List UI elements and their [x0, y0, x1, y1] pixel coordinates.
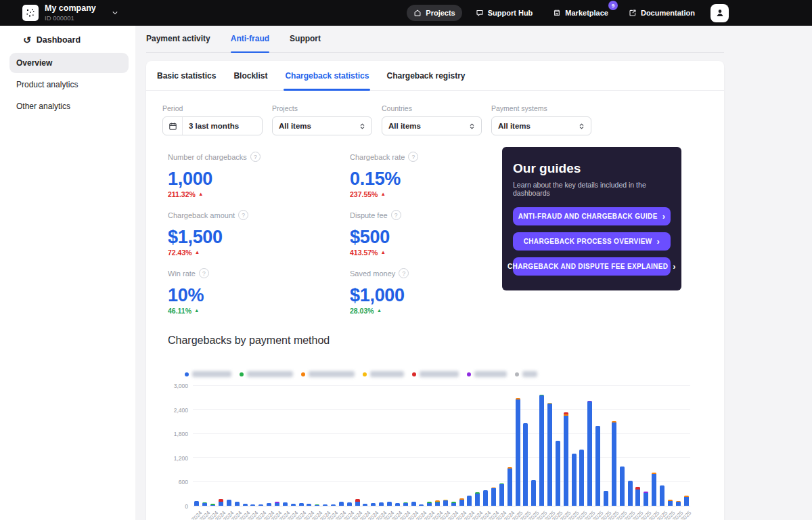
- bar: [355, 499, 360, 506]
- legend-label-redacted: [370, 371, 404, 377]
- legend-dot: [363, 372, 367, 376]
- bar-segment-blue: [323, 504, 328, 506]
- stat-value: $1,500: [168, 228, 350, 246]
- bar: [531, 480, 536, 506]
- tab-anti-fraud[interactable]: Anti-fraud: [231, 34, 269, 52]
- guide-button-chargeback-and-dispute-fee-explained[interactable]: CHARGEBACK AND DISPUTE FEE EXPLAINED›: [513, 257, 671, 276]
- bar-segment-blue: [587, 402, 592, 506]
- filter-payment-systems-control[interactable]: All items: [491, 116, 591, 135]
- bar-segment-blue: [395, 503, 400, 506]
- bar-segment-blue: [668, 501, 673, 506]
- bar-segment-blue: [467, 496, 472, 506]
- filter-label: Period: [162, 104, 263, 112]
- filter-period-control[interactable]: 3 last months: [162, 116, 263, 135]
- bar: [612, 421, 616, 506]
- guide-button-anti-fraud-and-chargeback-guide[interactable]: ANTI-FRAUD AND CHARGEBACK GUIDE›: [513, 207, 671, 225]
- chevron-down-icon[interactable]: [112, 9, 118, 16]
- stat-label: Chargeback amount?: [168, 210, 350, 220]
- updown-icon: [359, 123, 371, 130]
- tab-payment-activity[interactable]: Payment activity: [146, 34, 210, 52]
- top-bar: My company ID 000001 ProjectsSupport Hub…: [0, 0, 812, 26]
- trend-up-icon: ▲: [377, 307, 382, 314]
- subtab-blocklist[interactable]: Blocklist: [233, 61, 267, 90]
- legend-item-7[interactable]: [515, 371, 537, 377]
- help-icon[interactable]: ?: [408, 152, 418, 162]
- filter-value: All items: [382, 122, 468, 130]
- help-icon[interactable]: ?: [238, 210, 248, 220]
- legend-dot: [515, 372, 519, 376]
- stat-chargeback-amount: Chargeback amount?$1,50072.43%▲: [168, 210, 350, 268]
- tab-support[interactable]: Support: [290, 34, 321, 52]
- subtab-basic-statistics[interactable]: Basic statistics: [157, 61, 216, 90]
- help-icon[interactable]: ?: [199, 268, 209, 278]
- legend-item-6[interactable]: [467, 371, 507, 377]
- bar-segment-blue: [443, 500, 448, 506]
- legend-item-5[interactable]: [412, 371, 459, 377]
- bar: [347, 502, 352, 506]
- guide-button-chargeback-process-overview[interactable]: CHARGEBACK PROCESS OVERVIEW›: [513, 232, 671, 251]
- bar: [475, 492, 480, 506]
- legend-item-1[interactable]: [185, 371, 231, 377]
- nav-documentation[interactable]: Documentation: [622, 5, 702, 21]
- bar: [635, 487, 640, 506]
- bar-segment-blue: [307, 504, 311, 506]
- company-id: ID 000001: [45, 14, 96, 22]
- sidebar-item-overview[interactable]: Overview: [9, 53, 129, 73]
- bar-segment-blue: [635, 490, 640, 506]
- trend-up-icon: ▲: [194, 307, 199, 314]
- bar: [483, 490, 488, 506]
- stat-label-text: Chargeback rate: [350, 153, 405, 161]
- bar: [508, 467, 512, 506]
- user-avatar-button[interactable]: [710, 4, 729, 22]
- help-icon[interactable]: ?: [391, 210, 401, 220]
- bar: [219, 499, 223, 506]
- bar-segment-blue: [202, 503, 207, 506]
- sidebar-item-product-analytics[interactable]: Product analytics: [9, 74, 129, 95]
- legend-item-4[interactable]: [363, 371, 404, 377]
- help-icon[interactable]: ?: [250, 152, 261, 162]
- nav-label: Support Hub: [488, 9, 533, 17]
- stat-change-value: 413.57%: [350, 248, 378, 257]
- trend-up-icon: ▲: [198, 191, 203, 198]
- legend-item-2[interactable]: [240, 371, 293, 377]
- bar: [684, 496, 689, 506]
- bar: [250, 504, 255, 506]
- filter-countries-control[interactable]: All items: [382, 116, 482, 135]
- bar: [379, 502, 384, 506]
- bar: [395, 503, 400, 506]
- subtab-chargeback-registry[interactable]: Chargeback registry: [386, 61, 465, 90]
- sidebar-item-other-analytics[interactable]: Other analytics: [9, 96, 129, 116]
- bar-segment-blue: [291, 504, 296, 506]
- nav-support-hub[interactable]: Support Hub: [469, 5, 540, 21]
- company-logo[interactable]: [22, 5, 39, 21]
- legend-item-3[interactable]: [301, 371, 355, 377]
- bar: [539, 395, 544, 506]
- sidebar-header[interactable]: ↺ Dashboard: [0, 35, 135, 45]
- y-axis-label: 2,400: [146, 407, 188, 414]
- legend-label-redacted: [474, 371, 507, 377]
- logo-dots-icon: [25, 7, 36, 18]
- filter-projects-control[interactable]: All items: [272, 116, 372, 135]
- bar-segment-blue: [684, 497, 689, 506]
- nav-marketplace[interactable]: Marketplace9: [546, 5, 615, 21]
- bar: [267, 503, 271, 506]
- bar: [516, 398, 520, 506]
- bar-segment-blue: [523, 423, 528, 506]
- bar: [283, 502, 288, 506]
- bar: [644, 492, 648, 506]
- bar-segment-blue: [243, 504, 248, 506]
- nav-projects[interactable]: Projects: [407, 5, 461, 21]
- bar: [235, 502, 240, 506]
- help-icon[interactable]: ?: [399, 268, 409, 278]
- bar-segment-blue: [419, 504, 424, 506]
- trend-up-icon: ▲: [380, 191, 385, 198]
- bar-segment-blue: [315, 505, 319, 506]
- top-nav: ProjectsSupport HubMarketplace9Documenta…: [407, 0, 729, 26]
- bar: [291, 504, 296, 506]
- bar-segment-blue: [219, 502, 223, 506]
- legend-dot: [185, 372, 189, 376]
- y-axis-label: 3,000: [146, 383, 188, 389]
- subtab-chargeback-statistics[interactable]: Chargeback statistics: [285, 61, 369, 90]
- chat-icon: [476, 9, 484, 17]
- y-axis-label: 1,800: [146, 431, 188, 437]
